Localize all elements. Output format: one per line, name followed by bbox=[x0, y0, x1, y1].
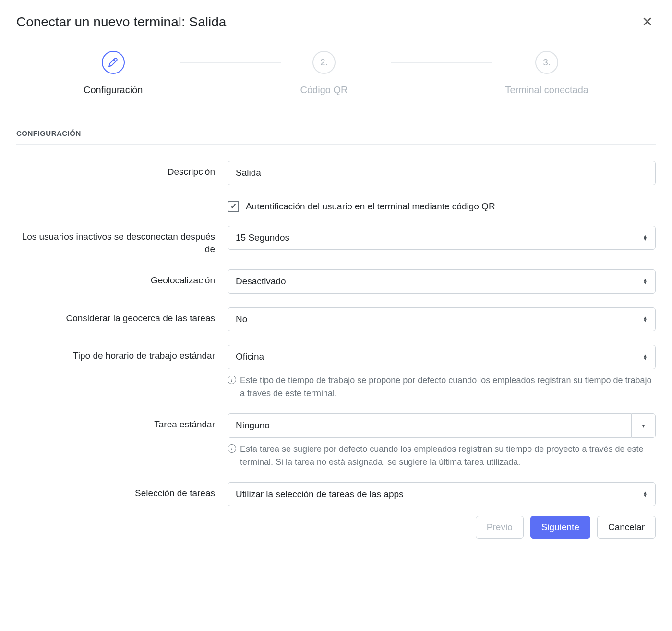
dialog-title: Conectar un nuevo terminal: Salida bbox=[16, 14, 226, 30]
std-task-help: Esta tarea se sugiere por defecto cuando… bbox=[240, 443, 656, 469]
std-worktype-value: Oficina bbox=[236, 351, 264, 363]
geolocation-select[interactable]: Desactivado ▲▼ bbox=[228, 269, 656, 294]
task-selection-value: Utilizar la selección de tareas de las a… bbox=[236, 488, 404, 500]
qr-auth-checkbox[interactable] bbox=[228, 201, 239, 212]
description-input[interactable] bbox=[228, 161, 656, 185]
next-button[interactable]: Siguiente bbox=[530, 516, 590, 539]
step-number: 3. bbox=[535, 51, 558, 74]
step-number: 2. bbox=[312, 51, 336, 74]
geolocation-value: Desactivado bbox=[236, 276, 286, 288]
select-arrows-icon: ▲▼ bbox=[643, 354, 648, 360]
qr-auth-spacer bbox=[16, 199, 228, 204]
select-arrows-icon: ▲▼ bbox=[643, 316, 648, 322]
section-heading-configuration: CONFIGURACIÓN bbox=[16, 129, 656, 145]
geofence-value: No bbox=[236, 314, 247, 326]
step-terminal-connected[interactable]: 3. Terminal conectada bbox=[505, 51, 588, 96]
step-label: Configuración bbox=[84, 85, 143, 96]
std-worktype-label: Tipo de horario de trabajo estándar bbox=[16, 345, 228, 363]
inactivity-value: 15 Segundos bbox=[236, 232, 289, 244]
cancel-button[interactable]: Cancelar bbox=[597, 516, 656, 539]
stepper: Configuración 2. Código QR 3. Terminal c… bbox=[84, 51, 588, 96]
step-configuration[interactable]: Configuración bbox=[84, 51, 143, 96]
geofence-label: Considerar la geocerca de las tareas bbox=[16, 307, 228, 325]
select-arrows-icon: ▲▼ bbox=[643, 279, 648, 284]
std-worktype-help: Este tipo de tiempo de trabajo se propon… bbox=[240, 374, 656, 400]
std-worktype-select[interactable]: Oficina ▲▼ bbox=[228, 345, 656, 369]
step-label: Código QR bbox=[300, 85, 348, 96]
prev-button[interactable]: Previo bbox=[476, 516, 524, 539]
description-label: Descripción bbox=[16, 161, 228, 179]
qr-auth-label: Autentificación del usuario en el termin… bbox=[246, 201, 495, 212]
task-selection-select[interactable]: Utilizar la selección de tareas de las a… bbox=[228, 482, 656, 507]
std-task-dropdown-button[interactable]: ▾ bbox=[631, 413, 656, 438]
step-label: Terminal conectada bbox=[505, 85, 588, 96]
std-task-label: Tarea estándar bbox=[16, 413, 228, 431]
close-icon[interactable]: ✕ bbox=[639, 14, 656, 30]
inactivity-select[interactable]: 15 Segundos ▲▼ bbox=[228, 226, 656, 250]
geofence-select[interactable]: No ▲▼ bbox=[228, 307, 656, 332]
info-icon: i bbox=[228, 376, 236, 384]
select-arrows-icon: ▲▼ bbox=[643, 491, 648, 497]
inactivity-label: Los usuarios inactivos se desconectan de… bbox=[16, 226, 228, 256]
info-icon: i bbox=[228, 444, 236, 453]
select-arrows-icon: ▲▼ bbox=[643, 235, 648, 241]
stepper-line bbox=[180, 62, 281, 63]
pen-icon bbox=[102, 51, 125, 74]
step-qr-code[interactable]: 2. Código QR bbox=[300, 51, 348, 96]
chevron-down-icon: ▾ bbox=[642, 422, 645, 429]
stepper-line bbox=[391, 62, 492, 63]
task-selection-label: Selección de tareas bbox=[16, 482, 228, 500]
std-task-input[interactable] bbox=[228, 413, 631, 438]
geolocation-label: Geolocalización bbox=[16, 269, 228, 287]
